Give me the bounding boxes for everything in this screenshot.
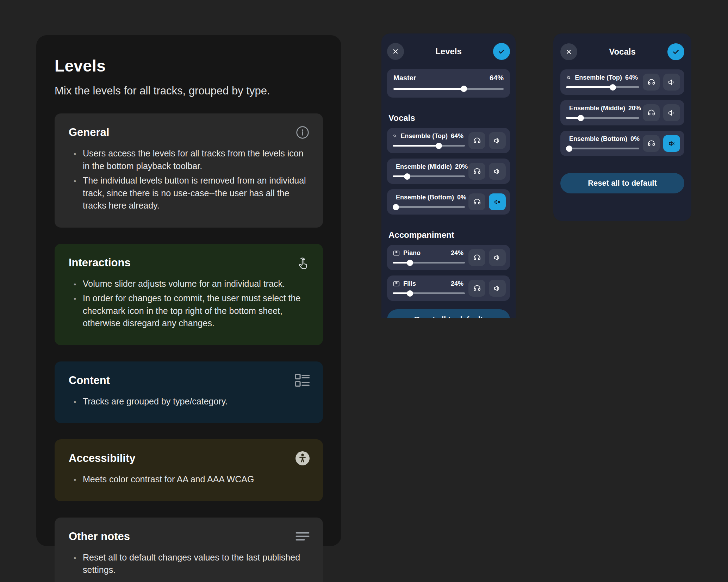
track-volume-value: 0% [457,194,466,201]
volume-slider[interactable] [393,204,465,210]
track-name: Ensemble (Bottom) [396,194,454,201]
track-volume-value: 64% [625,74,638,81]
solo-button[interactable] [468,193,485,210]
section-title: Interactions [69,256,309,269]
slider-thumb[interactable] [566,146,572,152]
mic-icon [566,74,572,81]
slider-thumb[interactable] [404,173,410,180]
page-title: Levels [55,56,323,75]
confirm-button[interactable] [667,43,684,60]
volume-slider[interactable] [393,86,504,92]
section-title: Content [69,374,309,387]
track-name: Piano [403,249,448,257]
track-name: Ensemble (Middle) [396,163,452,171]
slider-thumb[interactable] [393,204,399,210]
doc-section: Accessibility Meets color contrast for A… [55,439,323,501]
track-row: Ensemble (Top)64% [560,69,684,95]
vocals-bottom-sheet: Vocals Ensemble (Top)64% Ensemble (Middl… [553,33,691,221]
section-bullets: Reset all to default changes values to t… [69,551,309,576]
bullet-item: Reset all to default changes values to t… [73,551,309,576]
bullet-item: In order for changes to commit, the user… [73,292,309,330]
section-bullets: Users access the levels for all tracks f… [69,147,309,212]
section-title: Other notes [69,530,309,543]
track-volume-value: 20% [628,105,641,112]
mute-button[interactable] [663,104,680,121]
volume-slider[interactable] [393,173,465,180]
volume-icon [493,136,502,145]
levels-bottom-sheet: Levels Master 64% Vocals Ensemble (Top)6… [381,33,516,318]
headphones-icon [473,136,481,145]
group-title: Vocals [388,113,509,123]
section-title: Accessibility [69,452,309,465]
track-name: Ensemble (Middle) [569,105,625,112]
track-name: Fills [403,280,448,287]
levels-doc-card: Levels Mix the levels for all tracks, gr… [36,35,341,546]
section-title: General [69,126,309,139]
solo-button[interactable] [643,135,660,152]
track-row: Fills24% [387,275,510,301]
solo-button[interactable] [468,163,485,180]
bullet-item: Users access the levels for all tracks f… [73,147,309,172]
section-bullets: Meets color contrast for AA and AAA WCAG [69,473,309,486]
solo-button[interactable] [468,249,485,266]
piano-icon [393,280,400,287]
sheet-title: Vocals [577,47,667,57]
headphones-icon [473,198,481,206]
confirm-button[interactable] [493,43,510,60]
solo-button[interactable] [643,74,660,91]
solo-button[interactable] [468,132,485,149]
solo-button[interactable] [643,104,660,121]
master-label: Master [393,74,416,82]
volume-icon [493,167,502,176]
slider-thumb[interactable] [461,86,467,92]
doc-section: General Users access the levels for all … [55,113,323,228]
slider-thumb[interactable] [407,260,413,266]
volume-slider[interactable] [393,260,465,266]
mute-button[interactable] [489,249,506,266]
volume-slider[interactable] [566,115,639,121]
volume-slider[interactable] [393,290,465,297]
doc-section: Interactions Volume slider adjusts volum… [55,244,323,345]
mute-button[interactable] [663,74,680,91]
slider-thumb[interactable] [436,143,442,149]
reset-all-button[interactable]: Reset all to default [560,173,684,193]
slider-thumb[interactable] [578,115,584,121]
headphones-icon [473,253,481,262]
mute-button-active[interactable] [663,135,680,152]
track-name: Ensemble (Bottom) [569,135,627,143]
checkmark-icon [497,47,506,56]
track-row: Ensemble (Bottom)0% [387,189,510,215]
mute-button[interactable] [489,132,506,149]
piano-icon [393,249,400,257]
volume-x-icon [493,198,502,206]
volume-slider[interactable] [393,143,465,149]
mute-button[interactable] [489,163,506,180]
page-subtitle: Mix the levels for all tracks, grouped b… [55,85,323,97]
track-volume-value: 64% [451,132,463,140]
headphones-icon [473,167,481,176]
bullet-item: The individual levels button is removed … [73,174,309,212]
section-bullets: Tracks are grouped by type/category. [69,395,309,408]
track-volume-value: 0% [630,135,640,143]
mute-button[interactable] [489,280,506,297]
track-name: Ensemble (Top) [400,132,448,140]
volume-icon [493,284,502,293]
doc-sections: General Users access the levels for all … [55,113,323,582]
sheet-header: Vocals [560,43,684,60]
solo-button[interactable] [468,280,485,297]
slider-thumb[interactable] [407,290,413,297]
close-button[interactable] [387,43,404,60]
volume-slider[interactable] [566,146,639,152]
reset-all-button[interactable]: Reset all to default [387,309,510,318]
volume-icon [667,109,676,117]
track-row: Piano24% [387,245,510,270]
sheet-header: Levels [387,43,510,60]
info-icon [295,125,310,140]
slider-thumb[interactable] [610,84,616,91]
accessibility-icon [295,451,310,466]
mute-button-active[interactable] [489,193,506,210]
sheet-title: Levels [404,47,493,56]
master-value: 64% [490,74,504,82]
close-button[interactable] [560,43,577,60]
volume-slider[interactable] [566,84,639,91]
